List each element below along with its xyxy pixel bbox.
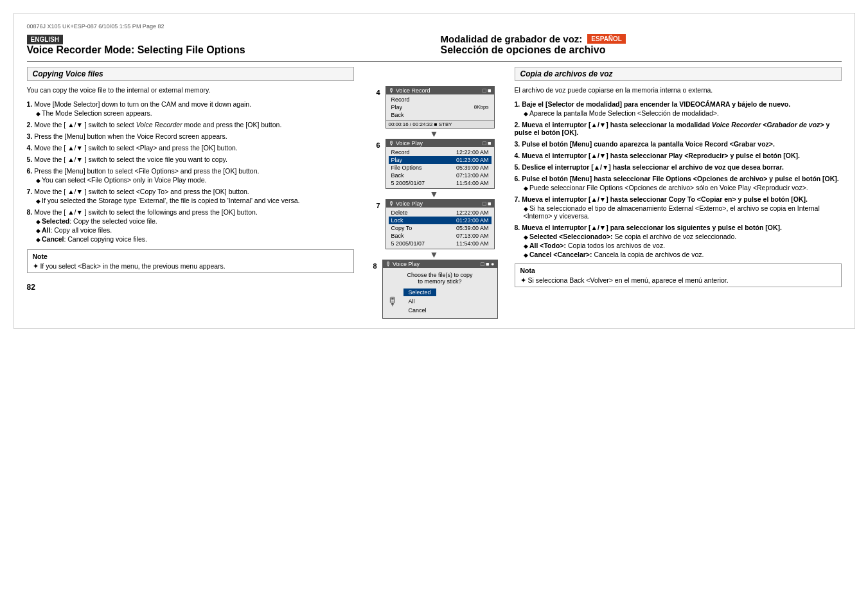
cam-6-row-3: File Options05:39:00 AM — [389, 164, 492, 172]
es-step-1-text: Baje el [Selector de modalidad] para enc… — [522, 100, 790, 108]
cam-7-icons: □ ■ — [483, 200, 491, 207]
left-note-item: If you select <Back> in the menu, the pr… — [33, 262, 348, 270]
step-5-num: 5. — [27, 155, 35, 163]
cam-4-row-record: Record — [389, 96, 492, 103]
cam-6-body: Record12:22:00 AM Play01:23:00 AM File O… — [386, 147, 494, 188]
cam-4-icons: □ ■ — [483, 87, 491, 94]
cam-8-icon: 🎙 — [387, 295, 398, 308]
cam-4-row-back: Back — [389, 111, 492, 119]
cam-7-row-5: 5 2005/01/0711:54:00 AM — [389, 240, 492, 247]
title-es-top: Modalidad de grabador de voz: — [441, 33, 583, 44]
step-1-num: 1. — [27, 100, 35, 108]
step-2-num: 2. — [27, 121, 35, 129]
step-5: 5. Move the [ ▲/▼ ] switch to select the… — [27, 155, 354, 163]
es-step-1: 1. Baje el [Selector de modalidad] para … — [515, 100, 842, 117]
bullet-item: All: Copy all voice files. — [36, 226, 354, 234]
spanish-badge: ESPAÑOL — [587, 34, 626, 44]
cam-8-icons: □ ■ ● — [481, 261, 494, 267]
diagrams-column: 4 🎙 Voice Record □ ■ Record Play8Kbps Ba… — [367, 67, 502, 319]
diagram-7: 🎙 Voice Play □ ■ Delete12:22:00 AM Lock0… — [385, 199, 495, 249]
es-bullet: All <Todo>: Copia todos los archivos de … — [524, 242, 842, 249]
step-8-bullets: Selected: Copy the selected voice file. … — [27, 217, 354, 243]
cam-4-title: 🎙 Voice Record — [389, 87, 430, 94]
left-steps: 1. Move [Mode Selector] down to turn on … — [27, 100, 354, 243]
es-step-5: 5. Deslice el interruptor [▲/▼] hasta se… — [515, 163, 842, 171]
english-badge: ENGLISH — [27, 35, 63, 44]
cam-4-bottom: 00:00:16 / 00:24:32 ■ STBY — [386, 120, 494, 128]
cam-4-title-bar: 🎙 Voice Record □ ■ — [386, 87, 494, 94]
right-nota-item: Si selecciona Back <Volver> en el menú, … — [520, 276, 836, 284]
step-6-bullets: You can select <File Options> only in Vo… — [27, 176, 354, 184]
diagram-7-wrapper: 7 🎙 Voice Play □ ■ Delete12:22:00 AM Loc… — [385, 199, 495, 249]
cam-7-row-4: Back07:13:00 AM — [389, 232, 492, 240]
step-1-text: Move [Mode Selector] down to turn on the… — [34, 100, 251, 108]
es-step-3: 3. Pulse el botón [Menu] cuando aparezca… — [515, 140, 842, 148]
main-title-en: Voice Recorder Mode: Selecting File Opti… — [27, 44, 428, 56]
cam-7-title-bar: 🎙 Voice Play □ ■ — [386, 200, 494, 208]
arrow-3: ▼ — [430, 249, 439, 260]
cam-4-body: Record Play8Kbps Back — [386, 94, 494, 120]
cam-6-row-5: 5 2005/01/0711:54:00 AM — [389, 179, 492, 187]
step-6: 6. Press the [Menu] button to select <Fi… — [27, 167, 354, 184]
step-2-text: Move the [ ▲/▼ ] switch to select Voice … — [34, 121, 281, 129]
cam-8-options-area: 🎙 Selected All Cancel — [387, 289, 493, 314]
diagram-8-wrapper: 8 🎙 Voice Play □ ■ ● Choose the file(s) … — [382, 260, 498, 319]
cam-8-selected: Selected — [403, 289, 436, 296]
step-7-text: Move the [ ▲/▼ ] switch to select <Copy … — [34, 188, 249, 195]
es-step-2: 2. Mueva el interruptor [▲/▼] hasta sele… — [515, 121, 842, 136]
cam-7-row-1: Delete12:22:00 AM — [389, 209, 492, 217]
right-steps: 1. Baje el [Selector de modalidad] para … — [515, 100, 842, 258]
arrow-1: ▼ — [430, 129, 439, 139]
es-step-6: 6. Pulse el botón [Menu] hasta seleccion… — [515, 175, 842, 191]
page-container: 00876J X105 UK+ESP-087 6/10/05 1:55 PM P… — [13, 13, 855, 329]
step-3: 3. Press the [Menu] button when the Voic… — [27, 132, 354, 140]
es-step-8-num: 8. — [515, 224, 522, 231]
es-step-7-text: Mueva el interruptor [▲/▼] hasta selecci… — [522, 195, 808, 203]
main-title-es: Selección de opciones de archivo — [441, 44, 842, 56]
cam-6-row-4: Back07:13:00 AM — [389, 172, 492, 179]
page-number: 82 — [27, 283, 354, 292]
left-note-box: Note If you select <Back> in the menu, t… — [27, 249, 354, 273]
es-step-3-text: Pulse el botón [Menu] cuando aparezca la… — [522, 140, 775, 148]
diagram-8: 🎙 Voice Play □ ■ ● Choose the file(s) to… — [382, 260, 498, 319]
step-2: 2. Move the [ ▲/▼ ] switch to select Voi… — [27, 121, 354, 129]
bullet-item: Cancel: Cancel copying voice files. — [36, 235, 354, 243]
left-header: ENGLISH Voice Recorder Mode: Selecting F… — [27, 35, 428, 56]
step-4-text: Move the [ ▲/▼ ] switch to select <Play>… — [34, 144, 238, 152]
es-step-1-bullets: Aparece la pantalla Mode Selection <Sele… — [515, 109, 842, 117]
es-step-4-text: Mueva el interruptor [▲/▼] hasta selecci… — [522, 152, 800, 159]
es-step-8-bullets: Selected <Seleccionado>: Se copia el arc… — [515, 233, 842, 258]
diagram-4-wrapper: 4 🎙 Voice Record □ ■ Record Play8Kbps Ba… — [385, 86, 495, 129]
es-step-7-num: 7. — [515, 195, 522, 203]
right-header: Modalidad de grabador de voz: ESPAÑOL Se… — [441, 33, 842, 56]
step-5-text: Move the [ ▲/▼ ] switch to select the vo… — [34, 155, 227, 163]
cam-7-row-3: Copy To05:39:00 AM — [389, 224, 492, 232]
es-step-6-bullets: Puede seleccionar File Options <Opciones… — [515, 184, 842, 191]
step-3-num: 3. — [27, 132, 35, 140]
cam-8-cancel: Cancel — [403, 306, 436, 314]
doc-ref: 00876J X105 UK+ESP-087 6/10/05 1:55 PM P… — [27, 23, 842, 30]
cam-8-prompt: Choose the file(s) to copyto memory stic… — [387, 272, 493, 285]
cam-6-title-bar: 🎙 Voice Play □ ■ — [386, 139, 494, 147]
es-step-6-text: Pulse el botón [Menu] hasta seleccionar … — [522, 175, 839, 182]
step-6-text: Press the [Menu] button to select <File … — [34, 167, 259, 175]
right-column: Copia de archivos de voz El archivo de v… — [515, 67, 842, 319]
cam-8-title: 🎙 Voice Play — [385, 261, 420, 267]
es-step-7: 7. Mueva el interruptor [▲/▼] hasta sele… — [515, 195, 842, 220]
cam-6-icons: □ ■ — [483, 140, 491, 147]
diagram-7-label: 7 — [376, 202, 380, 209]
cam-7-row-2: Lock01:23:00 AM — [389, 217, 492, 224]
left-intro: You can copy the voice file to the inter… — [27, 86, 354, 94]
bullet-item: The Mode Selection screen appears. — [36, 109, 354, 117]
step-7-num: 7. — [27, 188, 35, 195]
diagram-6-label: 6 — [376, 141, 380, 149]
bullet-item: If you selected the Storage type 'Extern… — [36, 197, 354, 204]
step-8-text: Move the [ ▲/▼ ] switch to select the fo… — [34, 208, 258, 216]
es-step-8-text: Mueva el interruptor [▲/▼] para seleccio… — [522, 224, 782, 231]
cam-8-choices: Selected All Cancel — [403, 289, 436, 314]
step-4-num: 4. — [27, 144, 35, 152]
arrow-2: ▼ — [430, 189, 439, 199]
step-7-bullets: If you selected the Storage type 'Extern… — [27, 197, 354, 204]
es-bullet: Puede seleccionar File Options <Opciones… — [524, 184, 842, 191]
es-step-5-num: 5. — [515, 163, 522, 171]
